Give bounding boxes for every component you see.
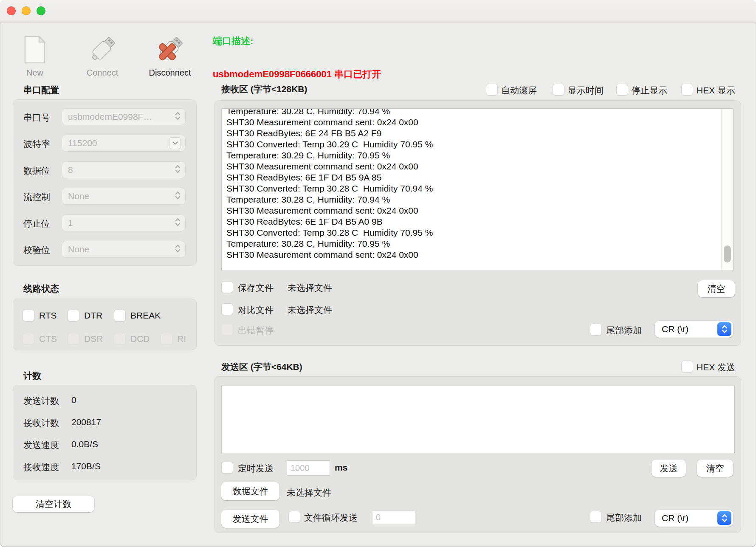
dcd-checkbox	[114, 333, 126, 345]
send-title: 发送区 (字节<64KB)	[221, 361, 302, 373]
stop-display-checkbox[interactable]	[616, 84, 628, 96]
serial-config-title: 串口配置	[23, 84, 59, 96]
hex-send-label: HEX 发送	[697, 361, 735, 373]
compare-file-checkbox[interactable]	[221, 303, 233, 315]
dtr-checkbox[interactable]	[68, 310, 79, 321]
hex-display-label: HEX 显示	[697, 85, 735, 96]
compare-file-label: 对比文件	[238, 304, 274, 316]
close-button[interactable]	[7, 6, 16, 15]
save-file-value: 未选择文件	[288, 282, 332, 294]
log-line: Temperature: 30.28 C, Humidity: 70.94 %	[226, 194, 719, 205]
receive-tail-append-checkbox[interactable]	[590, 324, 602, 336]
break-label: BREAK	[130, 310, 161, 321]
toolbar-disconnect-button[interactable]: Disconnect	[145, 36, 195, 78]
baudrate-label: 波特率	[23, 138, 50, 150]
error-pause-label: 出错暂停	[238, 324, 274, 336]
counters-title: 计数	[23, 370, 41, 382]
stopbits-select[interactable]: 1	[62, 214, 186, 231]
loop-send-checkbox[interactable]	[288, 511, 300, 523]
send-tail-append-select[interactable]: CR (\r)	[655, 510, 733, 527]
line-status-title: 线路状态	[23, 283, 59, 295]
ms-label: ms	[335, 462, 347, 473]
baudrate-combo[interactable]: 115200	[62, 135, 186, 152]
new-document-icon	[23, 58, 46, 65]
rts-label: RTS	[39, 310, 57, 321]
hex-display-checkbox[interactable]	[681, 84, 693, 96]
port-label: 串口号	[23, 112, 50, 124]
rx-count-label: 接收计数	[23, 417, 59, 429]
receive-log-area[interactable]: Temperature: 30.28 C, Humidity: 70.94 % …	[221, 108, 733, 271]
toolbar-connect-button[interactable]: Connect	[83, 36, 122, 78]
loop-count-input[interactable]	[372, 510, 415, 524]
timed-send-checkbox[interactable]	[221, 462, 233, 474]
zoom-button[interactable]	[37, 6, 45, 15]
save-file-checkbox[interactable]	[221, 281, 233, 293]
log-line: SHT30 Measurement command sent: 0x24 0x0…	[226, 117, 719, 128]
receive-log: Temperature: 30.28 C, Humidity: 70.94 % …	[226, 108, 719, 260]
ri-label: RI	[177, 334, 186, 344]
cts-label: CTS	[39, 334, 57, 344]
send-button[interactable]: 发送	[652, 460, 686, 477]
scrollbar-thumb[interactable]	[724, 245, 731, 262]
send-file-button[interactable]: 发送文件	[221, 510, 279, 528]
data-file-button[interactable]: 数据文件	[221, 482, 279, 500]
log-line: SHT30 ReadBytes: 6E 24 FB B5 A2 F9	[226, 128, 719, 139]
log-line: SHT30 Converted: Temp 30.29 C Humidity 7…	[226, 139, 719, 150]
clear-counters-button[interactable]: 清空计数	[13, 496, 94, 512]
log-line: SHT30 Measurement command sent: 0x24 0x0…	[226, 249, 719, 260]
break-checkbox[interactable]	[114, 310, 126, 321]
parity-label: 校验位	[23, 244, 50, 256]
loop-send-label: 文件循环发送	[304, 512, 358, 524]
hex-send-checkbox[interactable]	[681, 361, 693, 372]
scrollbar-track[interactable]	[721, 109, 733, 271]
flowcontrol-label: 流控制	[23, 191, 50, 203]
updown-chevron-icon	[175, 111, 181, 123]
log-line: SHT30 ReadBytes: 6E 1F D4 B5 A0 9B	[226, 216, 719, 227]
send-tail-append-label: 尾部添加	[606, 512, 642, 524]
show-time-checkbox[interactable]	[553, 84, 564, 96]
log-line: SHT30 Converted: Temp 30.28 C Humidity 7…	[226, 227, 719, 238]
port-status-text: usbmodemE0998F0666001 串口已打开	[213, 68, 381, 81]
timed-send-label: 定时发送	[238, 462, 274, 474]
log-line: Temperature: 30.28 C, Humidity: 70.94 %	[226, 108, 719, 117]
autoscroll-label: 自动滚屏	[501, 85, 537, 96]
log-line: SHT30 ReadBytes: 6E 1F D4 B5 9A 85	[226, 172, 719, 183]
receive-clear-button[interactable]: 清空	[698, 280, 735, 297]
save-file-label: 保存文件	[238, 282, 274, 294]
compare-file-value: 未选择文件	[288, 304, 332, 316]
down-chevron-icon[interactable]	[169, 137, 181, 149]
log-line: Temperature: 30.29 C, Humidity: 70.95 %	[226, 150, 719, 161]
updown-chevron-icon	[717, 511, 731, 525]
dtr-label: DTR	[84, 310, 102, 321]
parity-select[interactable]: None	[62, 241, 186, 258]
data-file-value: 未选择文件	[287, 487, 331, 499]
toolbar-new-label: New	[18, 68, 52, 78]
log-line: SHT30 Measurement command sent: 0x24 0x0…	[226, 205, 719, 216]
serial-tool-window: New Connect	[0, 0, 756, 547]
receive-title: 接收区 (字节<128KB)	[221, 83, 307, 95]
receive-tail-append-label: 尾部添加	[606, 324, 642, 336]
send-text-area[interactable]	[221, 386, 735, 453]
rx-speed-value: 170B/S	[71, 461, 101, 471]
timed-send-interval-input[interactable]	[287, 460, 330, 476]
titlebar	[0, 0, 756, 23]
updown-chevron-icon	[717, 322, 731, 336]
rx-speed-label: 接收速度	[23, 461, 59, 473]
receive-tail-append-select[interactable]: CR (\r)	[655, 321, 733, 338]
toolbar-connect-label: Connect	[83, 68, 122, 78]
send-clear-button[interactable]: 清空	[697, 460, 733, 477]
flowcontrol-select[interactable]: None	[62, 188, 186, 205]
autoscroll-checkbox[interactable]	[486, 84, 498, 96]
port-description-label: 端口描述:	[213, 35, 253, 48]
minimize-button[interactable]	[22, 6, 31, 15]
rts-checkbox[interactable]	[23, 310, 34, 321]
toolbar-new-button[interactable]: New	[18, 36, 52, 78]
databits-label: 数据位	[23, 165, 50, 177]
stop-display-label: 停止显示	[632, 85, 667, 96]
port-select[interactable]: usbmodemE0998F…	[62, 108, 186, 125]
send-tail-append-checkbox[interactable]	[590, 511, 602, 523]
dcd-label: DCD	[130, 334, 150, 344]
log-line: Temperature: 30.28 C, Humidity: 70.95 %	[226, 238, 719, 249]
databits-select[interactable]: 8	[62, 161, 186, 178]
stopbits-label: 停止位	[23, 218, 50, 230]
